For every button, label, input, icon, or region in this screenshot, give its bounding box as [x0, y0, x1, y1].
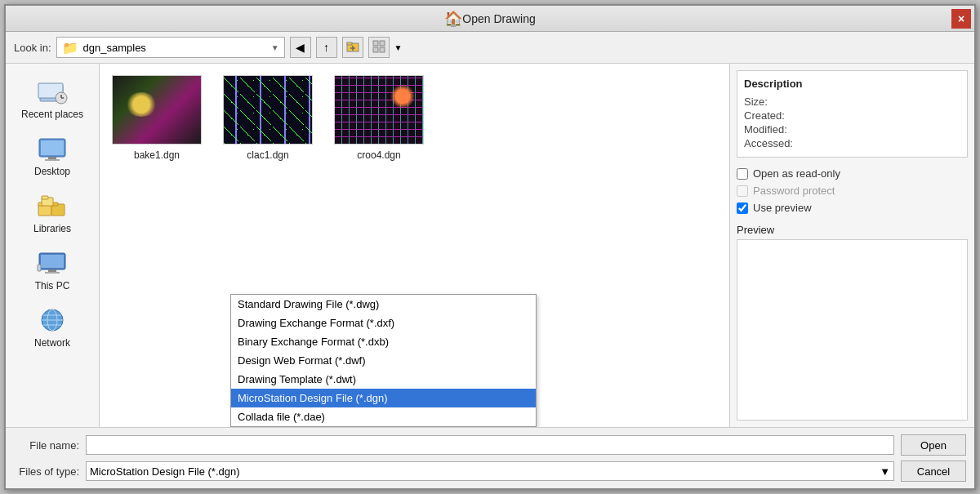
description-title: Description: [744, 78, 960, 90]
file-thumbnail-bake1: [112, 75, 202, 145]
svg-rect-22: [42, 196, 48, 199]
dialog: 🏠 Open Drawing × Look in: 📁 dgn_samples …: [4, 4, 976, 490]
recent-places-label: Recent places: [21, 109, 83, 120]
view-dropdown-arrow[interactable]: ▼: [394, 43, 403, 52]
description-created: Created:: [744, 109, 960, 122]
sidebar: Recent places Desktop: [6, 64, 100, 427]
svg-rect-24: [41, 255, 64, 268]
svg-rect-14: [41, 140, 64, 155]
open-readonly-checkbox[interactable]: [737, 168, 748, 180]
svg-rect-5: [380, 41, 385, 46]
title-bar: 🏠 Open Drawing ×: [6, 6, 974, 32]
use-preview-row: Use preview: [737, 202, 968, 214]
preview-box: [737, 239, 968, 421]
password-protect-checkbox[interactable]: [737, 185, 748, 197]
files-of-type-select[interactable]: MicroStation Design File (*.dgn) ▼: [86, 461, 894, 481]
desktop-icon: [36, 135, 69, 162]
files-of-type-label: Files of type:: [14, 465, 79, 478]
dropdown-item-3[interactable]: Design Web Format (*.dwf): [231, 351, 536, 370]
new-folder-button[interactable]: [342, 37, 363, 58]
file-name-clac1: clac1.dgn: [247, 149, 288, 161]
libraries-icon: [36, 192, 69, 220]
sidebar-item-libraries[interactable]: Libraries: [6, 186, 99, 240]
password-protect-label: Password protect: [753, 185, 835, 197]
sidebar-item-desktop[interactable]: Desktop: [6, 129, 99, 183]
svg-rect-27: [38, 265, 41, 271]
files-of-type-value: MicroStation Design File (*.dgn): [90, 465, 240, 478]
use-preview-checkbox[interactable]: [737, 202, 748, 214]
bottom-bar: File name: Open Files of type: MicroStat…: [6, 427, 974, 488]
file-name-input[interactable]: [86, 435, 894, 455]
look-in-label: Look in:: [14, 42, 51, 54]
dropdown-item-5[interactable]: MicroStation Design File (*.dgn): [231, 389, 536, 407]
dropdown-item-6[interactable]: Collada file (*.dae): [231, 407, 536, 426]
file-name-croo4: croo4.dgn: [357, 149, 400, 161]
up-icon: ↑: [323, 41, 329, 54]
file-thumbnail-clac1: [223, 75, 313, 145]
open-button[interactable]: Open: [901, 434, 966, 456]
main-content: Recent places Desktop: [6, 64, 974, 427]
file-item-clac1[interactable]: clac1.dgn: [219, 72, 317, 164]
description-section: Description Size: Created: Modified: Acc…: [737, 70, 968, 158]
dropdown-item-1[interactable]: Drawing Exchange Format (*.dxf): [231, 314, 536, 332]
look-in-select[interactable]: 📁 dgn_samples ▼: [56, 37, 285, 58]
description-size: Size:: [744, 95, 960, 109]
svg-rect-4: [373, 41, 378, 46]
file-name-label: File name:: [14, 439, 79, 452]
dropdown-item-2[interactable]: Binary Exchange Format (*.dxb): [231, 332, 536, 351]
toolbar: Look in: 📁 dgn_samples ▼ ◀ ↑: [6, 32, 974, 64]
dropdown-arrow-icon: ▼: [271, 43, 279, 52]
back-icon: ◀: [296, 41, 305, 54]
svg-rect-7: [380, 47, 385, 52]
sidebar-item-recent-places[interactable]: Recent places: [6, 72, 99, 126]
svg-rect-15: [48, 157, 56, 159]
sidebar-item-network[interactable]: Network: [6, 300, 99, 354]
svg-rect-25: [48, 269, 56, 272]
close-button[interactable]: ×: [951, 9, 971, 29]
view-button[interactable]: [368, 37, 390, 58]
svg-rect-26: [45, 272, 60, 274]
back-button[interactable]: ◀: [290, 37, 311, 58]
this-pc-label: This PC: [35, 280, 70, 292]
up-button[interactable]: ↑: [316, 37, 337, 58]
options-section: Open as read-only Password protect Use p…: [737, 162, 968, 219]
dropdown-item-0[interactable]: Standard Drawing File (*.dwg): [231, 295, 536, 314]
files-of-type-row: Files of type: MicroStation Design File …: [14, 461, 966, 482]
network-label: Network: [34, 337, 70, 349]
use-preview-label[interactable]: Use preview: [753, 202, 812, 214]
folder-icon: 📁: [62, 40, 78, 56]
file-area: bake1.dgn clac1.dgn croo4.dgn Standard D…: [100, 64, 729, 427]
file-item-croo4[interactable]: croo4.dgn: [330, 72, 428, 164]
open-readonly-label[interactable]: Open as read-only: [753, 167, 840, 180]
preview-section: Preview: [737, 224, 968, 421]
svg-rect-16: [45, 159, 60, 161]
dropdown-item-4[interactable]: Drawing Template (*.dwt): [231, 370, 536, 389]
close-icon: ×: [958, 12, 964, 25]
app-icon: 🏠: [444, 10, 462, 28]
desktop-label: Desktop: [34, 166, 70, 177]
description-accessed: Accessed:: [744, 136, 960, 150]
file-type-dropdown[interactable]: Standard Drawing File (*.dwg) Drawing Ex…: [230, 294, 537, 427]
view-icon: [372, 40, 385, 56]
preview-title: Preview: [737, 224, 968, 236]
svg-rect-1: [347, 42, 352, 45]
description-modified: Modified:: [744, 122, 960, 136]
look-in-value: dgn_samples: [83, 42, 266, 54]
file-name-row: File name: Open: [14, 434, 966, 456]
files-type-dropdown-icon: ▼: [880, 465, 890, 478]
new-folder-icon: [346, 40, 359, 56]
password-protect-row: Password protect: [737, 185, 968, 197]
dialog-title: Open Drawing: [462, 12, 536, 25]
libraries-label: Libraries: [33, 223, 71, 234]
file-thumbnail-croo4: [334, 75, 424, 145]
sidebar-item-this-pc[interactable]: This PC: [6, 243, 99, 297]
right-panel: Description Size: Created: Modified: Acc…: [729, 64, 974, 427]
network-icon: [36, 306, 69, 334]
open-readonly-row: Open as read-only: [737, 167, 968, 180]
svg-rect-6: [373, 47, 378, 52]
cancel-button[interactable]: Cancel: [901, 461, 966, 482]
file-name-bake1: bake1.dgn: [134, 149, 180, 161]
file-item-bake1[interactable]: bake1.dgn: [108, 72, 206, 164]
this-pc-icon: [36, 249, 69, 277]
recent-places-icon: [36, 78, 69, 105]
